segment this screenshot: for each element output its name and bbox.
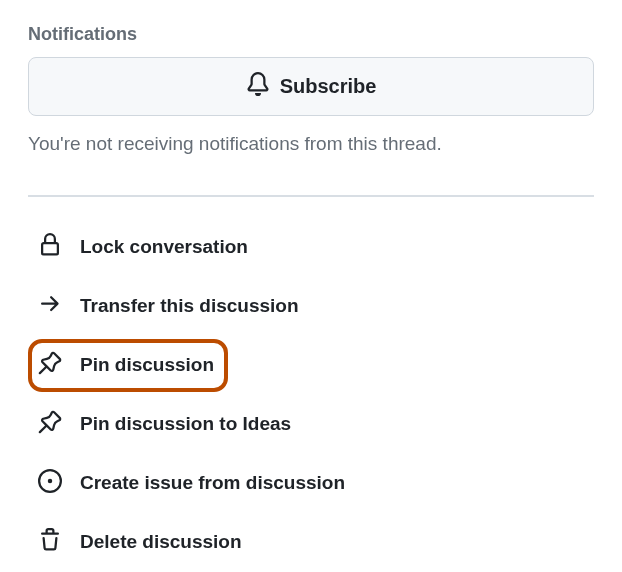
lock-icon xyxy=(38,233,62,262)
pin-discussion-category-action[interactable]: Pin discussion to Ideas xyxy=(28,398,594,451)
subscribe-button[interactable]: Subscribe xyxy=(28,57,594,116)
pin-icon xyxy=(38,410,62,439)
subscribe-label: Subscribe xyxy=(280,75,377,98)
trash-icon xyxy=(38,528,62,557)
transfer-discussion-action[interactable]: Transfer this discussion xyxy=(28,280,594,333)
notifications-section: Notifications Subscribe You're not recei… xyxy=(28,24,594,159)
action-label: Lock conversation xyxy=(80,236,248,258)
bell-icon xyxy=(246,72,270,101)
action-label: Create issue from discussion xyxy=(80,472,345,494)
action-label: Delete discussion xyxy=(80,531,242,553)
issue-opened-icon xyxy=(38,469,62,498)
notification-description: You're not receiving notifications from … xyxy=(28,130,594,159)
action-label: Pin discussion xyxy=(80,354,214,376)
pin-discussion-action[interactable]: Pin discussion xyxy=(28,339,228,392)
notifications-heading: Notifications xyxy=(28,24,594,45)
section-divider xyxy=(28,195,594,197)
action-label: Transfer this discussion xyxy=(80,295,299,317)
create-issue-action[interactable]: Create issue from discussion xyxy=(28,457,594,510)
delete-discussion-action[interactable]: Delete discussion xyxy=(28,516,594,569)
discussion-actions-list: Lock conversation Transfer this discussi… xyxy=(28,221,594,569)
pin-icon xyxy=(38,351,62,380)
arrow-right-icon xyxy=(38,292,62,321)
action-label: Pin discussion to Ideas xyxy=(80,413,291,435)
lock-conversation-action[interactable]: Lock conversation xyxy=(28,221,594,274)
